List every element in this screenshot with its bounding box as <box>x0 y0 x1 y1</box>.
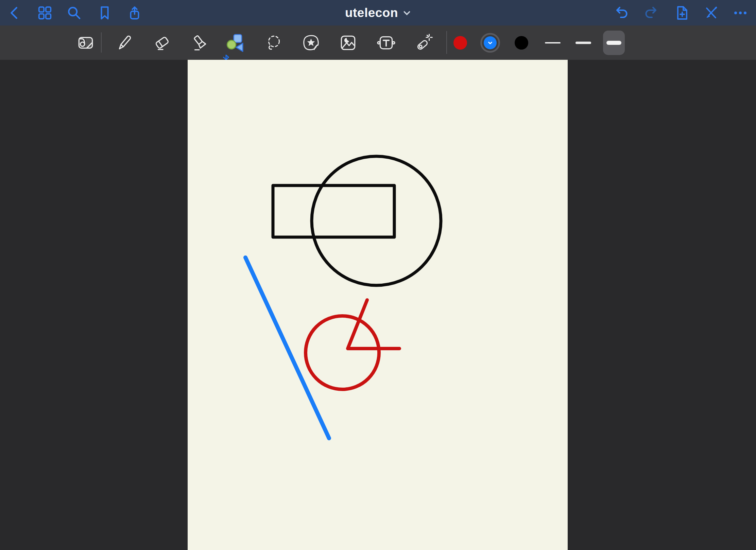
thickness-medium[interactable] <box>575 41 591 44</box>
ribbon-divider <box>101 32 102 53</box>
laser-pointer-tool[interactable] <box>412 32 434 54</box>
pencil-close-icon[interactable] <box>702 4 720 22</box>
thickness-thin[interactable] <box>545 42 561 43</box>
ribbon-divider <box>446 31 447 54</box>
chevron-down-icon <box>403 9 411 17</box>
document-title-menu[interactable]: utelecon <box>345 6 411 20</box>
reader-mode-tool[interactable] <box>75 32 97 54</box>
canvas-background <box>0 60 756 550</box>
share-icon[interactable] <box>126 4 143 22</box>
chevron-down-icon <box>487 40 493 46</box>
tool-ribbon <box>0 25 756 60</box>
page-title: utelecon <box>345 6 398 20</box>
highlighter-tool[interactable] <box>189 32 211 54</box>
bookmark-icon[interactable] <box>96 4 114 22</box>
page-drawing <box>188 60 568 550</box>
stickers-tool[interactable] <box>300 32 322 54</box>
back-icon[interactable] <box>6 4 23 22</box>
redo-icon[interactable] <box>643 4 660 22</box>
app-root: { "nav": { "title": "utelecon", "backgro… <box>0 0 756 550</box>
color-swatch-black[interactable] <box>515 36 528 50</box>
grid-thumbnails-icon[interactable] <box>36 4 54 22</box>
top-navigation-bar: utelecon <box>0 0 756 25</box>
thickness-thick-selected[interactable] <box>603 31 625 55</box>
add-page-icon[interactable] <box>673 4 690 22</box>
search-icon[interactable] <box>65 4 83 22</box>
text-tool[interactable] <box>375 32 397 54</box>
ink-stroke-black-circle <box>312 156 441 285</box>
more-ellipsis-icon[interactable] <box>732 4 749 22</box>
ink-stroke-red-circle <box>306 316 379 389</box>
undo-icon[interactable] <box>612 4 630 22</box>
eraser-tool[interactable] <box>151 32 173 54</box>
ink-stroke-blue-diagonal-line <box>245 258 329 438</box>
shapes-tool[interactable] <box>224 32 246 54</box>
color-swatch-blue-selected[interactable] <box>480 33 500 53</box>
lasso-tool[interactable] <box>263 32 285 54</box>
color-swatch-red[interactable] <box>453 36 467 50</box>
image-tool[interactable] <box>337 32 359 54</box>
ink-stroke-black-rectangle <box>273 185 394 237</box>
ink-stroke-red-angle-stroke <box>348 300 399 349</box>
notebook-page[interactable] <box>188 60 568 550</box>
pen-tool[interactable] <box>114 32 135 54</box>
